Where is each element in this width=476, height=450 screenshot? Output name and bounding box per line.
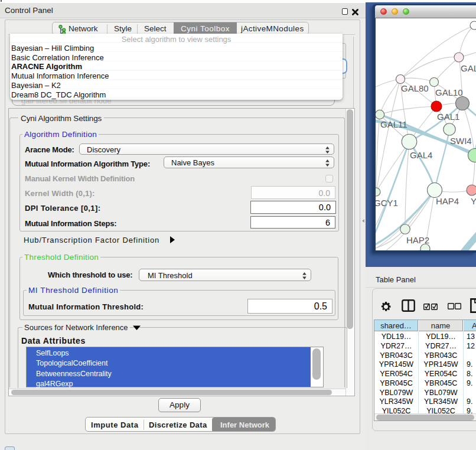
svg-text:GCY1: GCY1: [376, 198, 398, 208]
svg-text:GAL80: GAL80: [401, 83, 429, 93]
svg-text:GAL10: GAL10: [435, 87, 463, 97]
svg-text:GAL1: GAL1: [437, 112, 459, 122]
svg-text:GAL2: GAL2: [461, 63, 476, 73]
svg-text:GAL11: GAL11: [380, 119, 407, 129]
svg-text:GAL4: GAL4: [410, 150, 432, 160]
svg-text:HAP2: HAP2: [406, 235, 429, 245]
svg-text:SWI4: SWI4: [450, 136, 472, 146]
svg-text:Y: Y: [471, 196, 476, 206]
svg-text:HAP4: HAP4: [436, 196, 459, 206]
